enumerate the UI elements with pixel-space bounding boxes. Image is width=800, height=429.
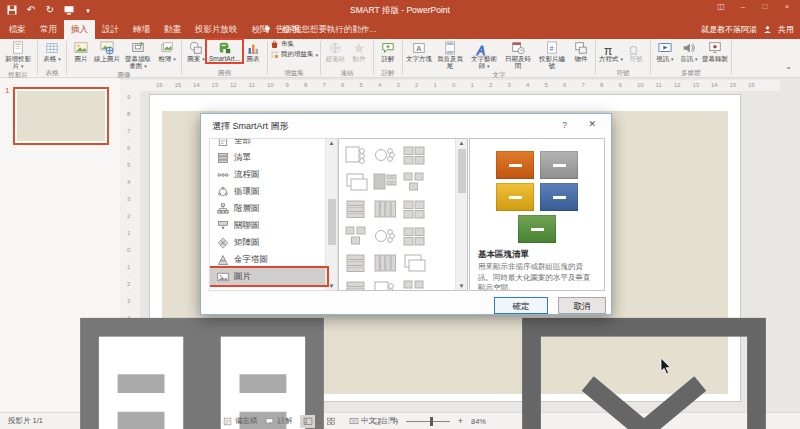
ribbon-button-screenshot[interactable]: 螢幕擷取畫面 ▾ bbox=[121, 40, 155, 70]
layout-thumbnail-8[interactable] bbox=[401, 197, 427, 221]
ribbon-tab-item[interactable]: 檔案 bbox=[2, 20, 33, 39]
layout-thumbnail-3[interactable] bbox=[343, 170, 369, 194]
ribbon-button-table[interactable]: 表格 ▾ bbox=[40, 40, 64, 63]
layout-thumbnail-15[interactable] bbox=[343, 278, 369, 292]
ribbon-button-textbox[interactable]: A文字方塊 bbox=[405, 40, 433, 62]
collapse-ribbon-button[interactable]: ⌃ bbox=[785, 66, 792, 75]
layout-thumbnail-14[interactable] bbox=[401, 251, 427, 275]
layout-thumbnail-17[interactable] bbox=[401, 278, 427, 292]
ruler-number: 2 bbox=[489, 82, 492, 88]
layout-thumbnail-10[interactable] bbox=[372, 224, 398, 248]
ribbon-display-options-button[interactable]: ◫ bbox=[710, 0, 732, 14]
slideshow-icon[interactable] bbox=[63, 4, 75, 16]
layout-thumbnail-7[interactable] bbox=[372, 197, 398, 221]
zoom-in-button[interactable]: + bbox=[458, 416, 463, 426]
notes-button[interactable]: 備忘稿 bbox=[223, 416, 258, 426]
ribbon-button-hyperlink[interactable]: 超連結 bbox=[323, 40, 347, 62]
category-cat-all[interactable]: 全部 bbox=[210, 138, 326, 149]
scroll-down-icon[interactable]: ▼ bbox=[326, 283, 337, 289]
ribbon-tab-item[interactable]: 設計 bbox=[95, 20, 126, 39]
layout-thumbnail-6[interactable] bbox=[343, 197, 369, 221]
ribbon-button-wordart[interactable]: A文字藝術師 ▾ bbox=[467, 40, 501, 70]
category-cat-picture[interactable]: 圖片 bbox=[210, 268, 326, 285]
category-cat-process[interactable]: 流程圖 bbox=[210, 166, 326, 183]
ribbon-button-album[interactable]: 相簿 ▾ bbox=[155, 40, 179, 63]
ribbon-button-picture[interactable]: 圖片 bbox=[69, 40, 93, 62]
category-cat-relationship[interactable]: 關聯圖 bbox=[210, 217, 326, 234]
maximize-button[interactable]: □ bbox=[754, 0, 776, 14]
dialog-help-button[interactable]: ? bbox=[562, 120, 567, 130]
undo-icon[interactable]: ↶ bbox=[25, 4, 37, 16]
zoom-percent[interactable]: 84% bbox=[471, 417, 486, 426]
layout-thumbnail-1[interactable] bbox=[372, 143, 398, 167]
ribbon-button-comment[interactable]: 註解 bbox=[376, 40, 400, 62]
view-sorter-button[interactable] bbox=[323, 415, 338, 428]
ribbon-tab-item[interactable]: 投影片放映 bbox=[188, 20, 245, 39]
share-button[interactable]: 共用 bbox=[778, 20, 794, 39]
close-button[interactable]: × bbox=[776, 0, 798, 14]
tell-me-box[interactable]: 告訴我您想要執行的動作... bbox=[263, 20, 377, 39]
dialog-close-button[interactable]: ✕ bbox=[588, 119, 596, 129]
layout-thumbnail-12[interactable] bbox=[343, 251, 369, 275]
scrollbar-thumb[interactable] bbox=[328, 199, 336, 245]
redo-icon[interactable]: ↻ bbox=[44, 4, 56, 16]
ribbon-tab-item[interactable]: 轉場 bbox=[126, 20, 157, 39]
dialog-title-bar[interactable]: 選擇 SmartArt 圖形 ? ✕ bbox=[201, 114, 611, 136]
ribbon-tab-active[interactable]: 插入 bbox=[64, 20, 95, 39]
layout-thumbnail-9[interactable] bbox=[343, 224, 369, 248]
view-reading-button[interactable] bbox=[346, 415, 361, 428]
ribbon-button-equation[interactable]: π方程式 ▾ bbox=[598, 40, 624, 63]
ribbon-button-chart[interactable]: 圖表 bbox=[241, 40, 265, 62]
category-cat-pyramid[interactable]: 金字塔圖 bbox=[210, 251, 326, 268]
category-cat-matrix[interactable]: 矩陣圖 bbox=[210, 234, 326, 251]
slide-thumbnail[interactable] bbox=[13, 87, 109, 145]
group-separator bbox=[66, 41, 67, 75]
comments-button[interactable]: 註解 bbox=[265, 416, 292, 426]
ribbon-button-headerfooter[interactable]: 頁首及頁尾 bbox=[433, 40, 467, 69]
minimize-button[interactable]: – bbox=[732, 0, 754, 14]
ribbon-group-label: 符號 bbox=[598, 68, 648, 77]
ribbon-button-action[interactable]: 動作 bbox=[347, 40, 371, 62]
layout-thumbnail-5[interactable] bbox=[401, 170, 427, 194]
layout-thumbnail-16[interactable] bbox=[372, 278, 398, 292]
layout-thumbnail-4[interactable] bbox=[372, 170, 398, 194]
ribbon-button-object[interactable]: 物件 bbox=[569, 40, 593, 62]
ribbon-button-audio[interactable]: 音訊 ▾ bbox=[677, 40, 701, 63]
ribbon-button-new-slide[interactable]: 新增投影片 ▾ bbox=[1, 40, 35, 70]
ribbon-button-smartart[interactable]: SmartArt... bbox=[208, 40, 241, 62]
save-icon[interactable] bbox=[6, 4, 18, 16]
ribbon-tab-item[interactable]: 動畫 bbox=[157, 20, 188, 39]
scrollbar-thumb[interactable] bbox=[458, 149, 466, 193]
scroll-up-icon[interactable]: ▲ bbox=[326, 140, 337, 146]
gallery-scrollbar[interactable]: ▲ ▼ bbox=[455, 139, 467, 290]
zoom-slider[interactable] bbox=[406, 421, 450, 422]
layout-thumbnail-0[interactable] bbox=[343, 143, 369, 167]
ribbon-button-slidenumber[interactable]: #投影片編號 bbox=[535, 40, 569, 69]
category-cat-hierarchy[interactable]: 階層圖 bbox=[210, 200, 326, 217]
ribbon-tab-item[interactable]: 常用 bbox=[33, 20, 64, 39]
layout-thumbnail-2[interactable] bbox=[401, 143, 427, 167]
view-show-button[interactable] bbox=[369, 415, 384, 428]
view-normal-button[interactable] bbox=[300, 415, 315, 428]
zoom-slider-thumb[interactable] bbox=[430, 417, 433, 426]
ribbon-button-my-addins[interactable]: 我的增益集▾ bbox=[270, 50, 318, 59]
category-cat-cycle[interactable]: 循環圖 bbox=[210, 183, 326, 200]
cancel-button[interactable]: 取消 bbox=[558, 297, 606, 314]
scroll-down-icon[interactable]: ▼ bbox=[456, 283, 467, 289]
zoom-out-button[interactable]: − bbox=[392, 416, 397, 426]
layout-thumbnail-13[interactable] bbox=[372, 251, 398, 275]
ok-button[interactable]: 確定 bbox=[494, 297, 548, 314]
layout-thumbnail-11[interactable] bbox=[401, 224, 427, 248]
ribbon-button-symbol[interactable]: Ω符號 bbox=[624, 40, 648, 62]
ribbon-button-datetime[interactable]: 日期及時間 bbox=[501, 40, 535, 69]
customize-qat-icon[interactable]: ▾ bbox=[82, 4, 94, 16]
ribbon-button-video[interactable]: 視訊 ▾ bbox=[653, 40, 677, 63]
ribbon-button-store[interactable]: 市集 bbox=[270, 40, 294, 49]
ribbon-button-online-picture[interactable]: 線上圖片 bbox=[93, 40, 121, 62]
category-cat-list[interactable]: 清單 bbox=[210, 149, 326, 166]
ribbon-button-shapes[interactable]: 圖案 ▾ bbox=[184, 40, 208, 63]
tell-me-label: 告訴我您想要執行的動作... bbox=[276, 20, 377, 39]
ribbon-button-screen-rec[interactable]: 螢幕錄製 bbox=[701, 40, 729, 62]
category-scrollbar[interactable]: ▲ ▼ bbox=[325, 139, 337, 290]
scroll-up-icon[interactable]: ▲ bbox=[456, 140, 467, 146]
